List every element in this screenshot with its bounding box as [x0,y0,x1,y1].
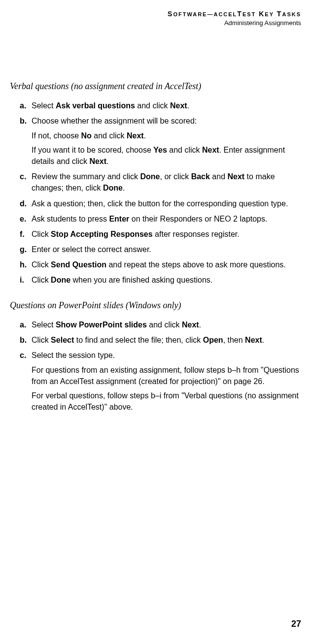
list-item-body: Click Select to find and select the file… [32,334,301,346]
list-item: g.Enter or select the correct answer. [10,244,301,255]
paragraph: Ask a question; then, click the button f… [32,198,301,209]
list-item-marker: c. [10,171,32,193]
list-item-body: Ask students to press Enter on their Res… [32,213,301,225]
list-item-body: Click Done when you are finished asking … [32,274,301,286]
list-item-body: Select Show PowerPoint slides and click … [32,319,301,330]
paragraph: Click Stop Accepting Responses after res… [32,228,301,240]
paragraph: Ask students to press Enter on their Res… [32,213,301,225]
ordered-list: a.Select Show PowerPoint slides and clic… [10,319,301,413]
list-item: c.Review the summary and click Done, or … [10,171,301,193]
paragraph: For questions from an existing assignmen… [32,364,301,387]
list-item: e.Ask students to press Enter on their R… [10,213,301,225]
paragraph: If you want it to be scored, choose Yes … [32,144,301,167]
paragraph: Click Send Question and repeat the steps… [32,259,301,270]
list-item-body: Choose whether the assignment will be sc… [32,115,301,167]
section-heading: Verbal questions (no assignment created … [10,81,301,92]
list-item: a.Select Ask verbal questions and click … [10,100,301,111]
paragraph: Click Select to find and select the file… [32,334,301,346]
list-item-marker: b. [10,334,32,346]
paragraph: Enter or select the correct answer. [32,244,301,255]
list-item: i.Click Done when you are finished askin… [10,274,301,286]
list-item: b.Choose whether the assignment will be … [10,115,301,167]
content-body: Verbal questions (no assignment created … [10,81,301,413]
paragraph: If not, choose No and click Next. [32,130,301,141]
list-item-body: Review the summary and click Done, or cl… [32,171,301,193]
paragraph: Select Ask verbal questions and click Ne… [32,100,301,111]
paragraph: Review the summary and click Done, or cl… [32,171,301,193]
paragraph: Click Done when you are finished asking … [32,274,301,286]
header-title: SOFTWARE—ACCELTEST KEY TASKS [10,10,301,18]
list-item-marker: h. [10,259,32,270]
list-item-marker: a. [10,100,32,111]
list-item: f.Click Stop Accepting Responses after r… [10,228,301,240]
list-item-body: Select the session type.For questions fr… [32,350,301,413]
ordered-list: a.Select Ask verbal questions and click … [10,100,301,286]
list-item: h.Click Send Question and repeat the ste… [10,259,301,270]
list-item-marker: c. [10,350,32,413]
list-item-marker: e. [10,213,32,225]
page-number: 27 [291,619,301,629]
paragraph: Select the session type. [32,350,301,361]
list-item-body: Click Send Question and repeat the steps… [32,259,301,270]
paragraph: For verbal questions, follow steps b–i f… [32,390,301,413]
list-item-body: Click Stop Accepting Responses after res… [32,228,301,240]
list-item-body: Select Ask verbal questions and click Ne… [32,100,301,111]
list-item: b.Click Select to find and select the fi… [10,334,301,346]
list-item: a.Select Show PowerPoint slides and clic… [10,319,301,330]
page-header: SOFTWARE—ACCELTEST KEY TASKS Administeri… [10,10,301,27]
document-page: SOFTWARE—ACCELTEST KEY TASKS Administeri… [0,0,311,644]
section-heading: Questions on PowerPoint slides (Windows … [10,300,301,311]
list-item-marker: i. [10,274,32,286]
list-item-marker: d. [10,198,32,209]
paragraph: Select Show PowerPoint slides and click … [32,319,301,330]
list-item-marker: a. [10,319,32,330]
paragraph: Choose whether the assignment will be sc… [32,115,301,127]
list-item-marker: b. [10,115,32,167]
list-item-body: Enter or select the correct answer. [32,244,301,255]
list-item: c.Select the session type.For questions … [10,350,301,413]
list-item: d.Ask a question; then, click the button… [10,198,301,209]
list-item-marker: g. [10,244,32,255]
header-subtitle: Administering Assignments [10,19,301,27]
list-item-marker: f. [10,228,32,240]
list-item-body: Ask a question; then, click the button f… [32,198,301,209]
